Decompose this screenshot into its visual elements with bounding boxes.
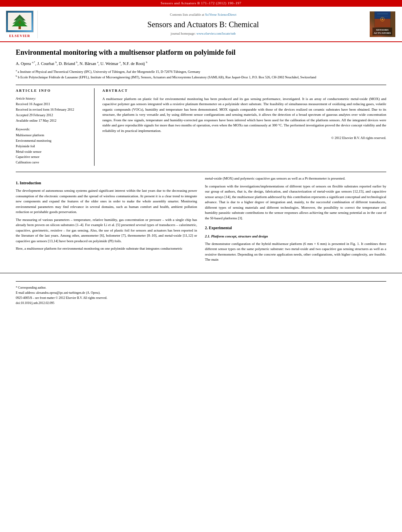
experimental-para1: The demonstrator configuration of the hy… — [205, 241, 387, 263]
article-meta: ARTICLE INFO Article history: Received 1… — [16, 85, 386, 166]
affiliations: a a Institute of Physical and Theoretica… — [16, 69, 386, 80]
left-column: 1. Introduction The development of auton… — [16, 176, 197, 265]
keyword-6: Calibration curve — [16, 160, 88, 165]
footer-divider — [16, 281, 386, 282]
keywords-label: Keywords: — [16, 127, 88, 132]
section2-heading: 2. Experimental — [205, 225, 387, 231]
right-column: metal-oxide (MOX) and polymeric capaciti… — [205, 176, 387, 265]
svg-point-12 — [382, 19, 383, 20]
article-info-section: ARTICLE INFO Article history: Received 1… — [16, 88, 94, 166]
history-revised: Received in revised form 16 February 201… — [16, 108, 88, 112]
affiliation-a: a a Institute of Physical and Theoretica… — [16, 69, 386, 74]
elsevier-logo-section: ELSEVIER — [6, 11, 38, 39]
svg-rect-8 — [374, 11, 390, 19]
article-content: Environmental monitoring with a multisen… — [0, 42, 402, 273]
section2-sub1: 2.1. Platform concept, structure and des… — [205, 234, 387, 239]
journal-volume-bar: Sensors and Actuators B 171–172 (2012) 1… — [0, 0, 402, 7]
section-divider — [16, 172, 386, 172]
keyword-5: Capacitive sensor — [16, 155, 88, 159]
volume-text: Sensors and Actuators B 171–172 (2012) 1… — [161, 1, 241, 5]
sensors-logo-image: SENSORSACTUATORS — [370, 11, 395, 37]
contents-line: Contents lists available at SciVerse Sci… — [170, 13, 237, 17]
page: Sensors and Actuators B 171–172 (2012) 1… — [0, 0, 402, 532]
journal-header: ELSEVIER Contents lists available at Sci… — [0, 7, 402, 43]
keyword-4: Metal-oxide sensor — [16, 150, 88, 154]
journal-info-center: Contents lists available at SciVerse Sci… — [42, 11, 365, 39]
footer-email: E-mail address: alexandru.oprea@ipc.uni-… — [16, 291, 386, 295]
article-info-title: ARTICLE INFO — [16, 88, 88, 93]
article-title: Environmental monitoring with a multisen… — [16, 48, 386, 57]
keyword-2: Environmental monitoring — [16, 139, 88, 143]
intro-para3: Here, a multisensor platform for environ… — [16, 246, 197, 252]
footer-doi: doi:10.1016/j.snb.2012.02.095 — [16, 301, 386, 305]
footer-license: 0925-4005/$ – see front matter © 2012 El… — [16, 296, 386, 300]
body-columns: 1. Introduction The development of auton… — [16, 176, 386, 265]
section1-heading: 1. Introduction — [16, 180, 197, 186]
sensors-logo-box: SENSORSACTUATORS — [370, 11, 395, 37]
svg-point-5 — [19, 21, 21, 24]
history-accepted: Accepted 29 February 2012 — [16, 113, 88, 118]
svg-rect-7 — [374, 19, 390, 28]
page-footer: * Corresponding author. E-mail address: … — [0, 273, 402, 308]
keyword-1: Multisensor platform — [16, 133, 88, 138]
intro-col2-para1: metal-oxide (MOX) and polymeric capaciti… — [205, 176, 387, 182]
journal-title: Sensors and Actuators B: Chemical — [147, 19, 259, 30]
keyword-3: Polyimide foil — [16, 144, 88, 149]
abstract-section: ABSTRACT A multisensor platform on plast… — [102, 88, 386, 166]
history-online: Available online 17 May 2012 — [16, 119, 88, 123]
intro-para1: The development of autonomous sensing sy… — [16, 188, 197, 215]
sensors-logo-text: SENSORSACTUATORS — [372, 28, 392, 36]
homepage-line: journal homepage: www.elsevier.com/locat… — [170, 32, 235, 36]
abstract-text: A multisensor platform on plastic foil f… — [102, 96, 386, 134]
article-history: Article history: Received 16 August 2011… — [16, 96, 88, 123]
history-received: Received 16 August 2011 — [16, 102, 88, 107]
keywords-section: Keywords: Multisensor platform Environme… — [16, 127, 88, 165]
affiliation-b: b b Ecole Polytechnique Fédérale de Laus… — [16, 74, 386, 80]
copyright-line: © 2012 Elsevier B.V. All rights reserved… — [102, 136, 386, 141]
sensors-actuators-logo: SENSORSACTUATORS — [369, 11, 396, 39]
elsevier-text: ELSEVIER — [9, 33, 30, 39]
authors-line: A. Oprea a,*, J. Courbat b, D. Briand b,… — [16, 61, 386, 67]
intro-para2: The measuring of various parameters – te… — [16, 217, 197, 244]
history-label: Article history: — [16, 96, 88, 101]
sciverse-link[interactable]: SciVerse ScienceDirect — [205, 13, 237, 17]
intro-col2-para2: In comparison with the investigations/im… — [205, 184, 387, 221]
footer-corresponding: * Corresponding author. — [16, 285, 386, 290]
homepage-link[interactable]: www.elsevier.com/locate/snb — [196, 32, 236, 35]
abstract-title: ABSTRACT — [102, 88, 386, 93]
elsevier-logo-image — [6, 11, 33, 32]
